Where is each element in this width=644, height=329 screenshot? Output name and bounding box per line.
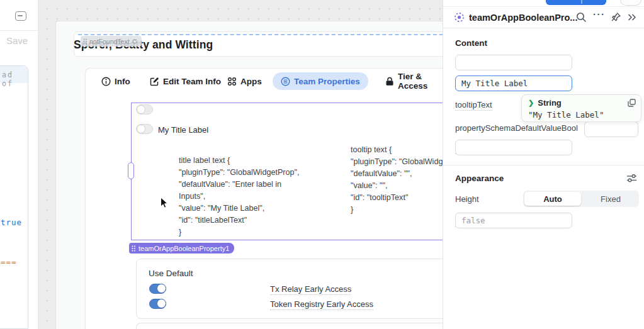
boolean-toggle-unlabeled[interactable] bbox=[136, 104, 153, 114]
minus-icon bbox=[18, 15, 23, 16]
save-button[interactable]: Save bbox=[6, 35, 28, 46]
component-label-chip[interactable]: notFoundText bbox=[81, 36, 142, 47]
inspector-panel: teamOrAppBooleanPro... ··· Content prope… bbox=[443, 0, 644, 329]
search-icon[interactable] bbox=[576, 12, 587, 23]
tab-team-properties[interactable]: Team Properties bbox=[273, 72, 368, 90]
code-equals-token: === bbox=[1, 257, 17, 267]
lock-icon bbox=[385, 77, 394, 86]
resize-handle[interactable] bbox=[128, 162, 134, 179]
toggle-knob bbox=[157, 299, 166, 308]
top-right-pill[interactable] bbox=[620, 0, 641, 6]
copy-icon[interactable] bbox=[628, 99, 636, 107]
property-name-input[interactable] bbox=[455, 55, 572, 70]
code-editor-panel[interactable]: ad of true === bbox=[0, 65, 28, 329]
code-header-text: ad of bbox=[2, 70, 28, 88]
tab-label: Edit Team Info bbox=[163, 77, 221, 86]
more-options-icon[interactable]: ··· bbox=[593, 9, 606, 20]
chevron-right-icon: ❯ bbox=[528, 99, 534, 107]
appearance-section-heading: Appearance bbox=[455, 174, 504, 183]
drag-handle-icon bbox=[132, 245, 136, 252]
height-option-fixed[interactable]: Fixed bbox=[582, 191, 639, 207]
tab-info[interactable]: Info bbox=[101, 72, 130, 90]
tab-label: Info bbox=[115, 77, 130, 86]
hidden-input[interactable] bbox=[455, 213, 572, 228]
token-registry-toggle[interactable] bbox=[149, 299, 166, 309]
component-name-chip-text: teamOrAppBooleanProperty1 bbox=[138, 245, 229, 252]
inspector-header: teamOrAppBooleanPro... ··· bbox=[443, 7, 644, 28]
value-preview-popup: ❯ String "My Title Label" bbox=[521, 94, 641, 122]
value-type-label: String bbox=[538, 98, 562, 108]
toggle-label: My Title Label bbox=[158, 125, 208, 135]
property-schema-label: propertySchemaDefaultValueBool bbox=[455, 123, 578, 133]
toggle-knob bbox=[157, 284, 166, 293]
tab-tier-access[interactable]: Tier & Access bbox=[385, 72, 443, 90]
tx-relay-toggle[interactable] bbox=[149, 284, 166, 294]
collapse-sidebar-button[interactable] bbox=[15, 11, 26, 21]
tooltip-text-label: tooltipText bbox=[455, 100, 492, 111]
drag-handle-icon bbox=[83, 38, 88, 45]
tab-label: Apps bbox=[240, 77, 262, 86]
list-circle-icon bbox=[281, 77, 290, 86]
component-focus-icon bbox=[454, 12, 465, 23]
start-value-input[interactable] bbox=[455, 140, 572, 155]
height-option-auto[interactable]: Auto bbox=[524, 192, 581, 206]
title-label-text-input[interactable] bbox=[455, 75, 572, 91]
code-true-token: true bbox=[1, 218, 22, 227]
apps-icon bbox=[227, 77, 237, 86]
tab-edit-team-info[interactable]: Edit Team Info bbox=[150, 72, 221, 90]
boolean-toggle-titled[interactable] bbox=[136, 124, 153, 134]
toggle-knob bbox=[137, 105, 145, 114]
use-default-title: Use Default bbox=[149, 269, 193, 278]
toggle-knob bbox=[137, 125, 145, 133]
share-split-button[interactable] bbox=[546, 0, 606, 5]
component-label-chip-text: notFoundText bbox=[89, 38, 130, 45]
pin-icon[interactable] bbox=[611, 12, 621, 23]
tab-apps[interactable]: Apps bbox=[227, 72, 262, 90]
component-name-chip[interactable]: teamOrAppBooleanProperty1 bbox=[129, 243, 234, 254]
tx-relay-label: Tx Relay Early Access bbox=[270, 284, 351, 295]
value-preview-text: "My Title Label" bbox=[528, 110, 604, 120]
title-label-json-text: title label text { "pluginType": "Global… bbox=[179, 155, 300, 238]
property-schema-input[interactable] bbox=[584, 121, 638, 137]
tab-label: Tier & Access bbox=[398, 72, 443, 91]
code-editor-header: ad of bbox=[0, 66, 28, 83]
divider bbox=[0, 30, 38, 31]
info-icon bbox=[101, 77, 111, 86]
next-section-card bbox=[136, 323, 487, 329]
canvas[interactable]: Sporer, Beatty and Witting notFoundText … bbox=[38, 0, 443, 329]
inspector-title: teamOrAppBooleanPro... bbox=[469, 13, 577, 23]
token-registry-label: Token Registry Early Access bbox=[270, 299, 373, 310]
divider bbox=[443, 165, 644, 165]
sliders-icon[interactable] bbox=[626, 174, 637, 183]
height-segmented-control: Auto Fixed bbox=[523, 191, 639, 207]
edit-icon bbox=[150, 77, 159, 86]
button-divider bbox=[581, 0, 582, 4]
content-section-heading: Content bbox=[455, 38, 487, 48]
loop-icon bbox=[132, 38, 138, 45]
tab-label: Team Properties bbox=[294, 77, 360, 86]
mouse-cursor bbox=[160, 197, 169, 209]
double-chevron-right-icon[interactable] bbox=[627, 12, 638, 23]
selection-dashed-outline bbox=[78, 34, 449, 35]
height-label: Height bbox=[455, 194, 479, 204]
